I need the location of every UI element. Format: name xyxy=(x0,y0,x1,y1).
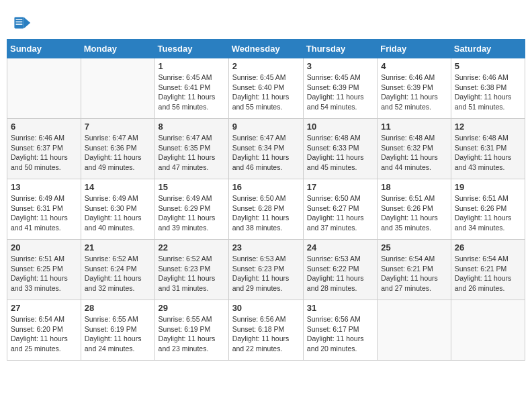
day-cell-4-6 xyxy=(451,300,525,361)
day-detail-27: Sunrise: 6:54 AM Sunset: 6:20 PM Dayligh… xyxy=(11,314,77,354)
day-number-9: 9 xyxy=(232,122,300,132)
day-number-24: 24 xyxy=(307,242,373,253)
day-number-21: 21 xyxy=(85,242,151,253)
day-number-30: 30 xyxy=(232,303,300,313)
day-cell-0-5: 4Sunrise: 6:46 AM Sunset: 6:39 PM Daylig… xyxy=(378,58,451,119)
day-cell-3-6: 26Sunrise: 6:54 AM Sunset: 6:21 PM Dayli… xyxy=(451,240,525,300)
day-cell-1-0: 6Sunrise: 6:46 AM Sunset: 6:37 PM Daylig… xyxy=(7,119,81,179)
svg-rect-3 xyxy=(16,21,23,22)
day-cell-2-5: 18Sunrise: 6:51 AM Sunset: 6:26 PM Dayli… xyxy=(378,179,451,240)
day-number-2: 2 xyxy=(232,61,300,71)
day-detail-16: Sunrise: 6:50 AM Sunset: 6:28 PM Dayligh… xyxy=(232,193,300,233)
day-detail-18: Sunrise: 6:51 AM Sunset: 6:26 PM Dayligh… xyxy=(381,193,447,233)
day-number-5: 5 xyxy=(455,61,521,71)
day-detail-3: Sunrise: 6:45 AM Sunset: 6:39 PM Dayligh… xyxy=(307,73,373,112)
day-detail-21: Sunrise: 6:52 AM Sunset: 6:24 PM Dayligh… xyxy=(85,254,151,293)
day-number-14: 14 xyxy=(85,182,151,192)
day-cell-0-2: 1Sunrise: 6:45 AM Sunset: 6:41 PM Daylig… xyxy=(154,58,228,119)
header-friday: Friday xyxy=(378,40,451,58)
day-number-22: 22 xyxy=(159,242,225,253)
day-cell-2-0: 13Sunrise: 6:49 AM Sunset: 6:31 PM Dayli… xyxy=(7,179,81,240)
day-number-25: 25 xyxy=(381,242,447,253)
logo-icon xyxy=(13,13,32,32)
day-cell-0-0 xyxy=(7,58,81,119)
day-number-20: 20 xyxy=(11,242,77,253)
header-thursday: Thursday xyxy=(303,40,377,58)
day-cell-1-1: 7Sunrise: 6:47 AM Sunset: 6:36 PM Daylig… xyxy=(81,119,154,179)
day-detail-4: Sunrise: 6:46 AM Sunset: 6:39 PM Dayligh… xyxy=(381,73,447,112)
day-detail-30: Sunrise: 6:56 AM Sunset: 6:18 PM Dayligh… xyxy=(232,314,300,354)
day-detail-9: Sunrise: 6:47 AM Sunset: 6:34 PM Dayligh… xyxy=(232,133,300,173)
weekday-header-row: Sunday Monday Tuesday Wednesday Thursday… xyxy=(7,40,525,58)
day-cell-1-5: 11Sunrise: 6:48 AM Sunset: 6:32 PM Dayli… xyxy=(378,119,451,179)
calendar-table: Sunday Monday Tuesday Wednesday Thursday… xyxy=(7,39,525,361)
day-detail-24: Sunrise: 6:53 AM Sunset: 6:22 PM Dayligh… xyxy=(307,254,373,293)
day-detail-8: Sunrise: 6:47 AM Sunset: 6:35 PM Dayligh… xyxy=(159,133,225,173)
day-cell-4-3: 30Sunrise: 6:56 AM Sunset: 6:18 PM Dayli… xyxy=(228,300,303,361)
day-number-6: 6 xyxy=(11,122,77,132)
day-number-4: 4 xyxy=(381,61,447,71)
week-row-4: 20Sunrise: 6:51 AM Sunset: 6:25 PM Dayli… xyxy=(7,240,525,300)
day-number-7: 7 xyxy=(85,122,151,132)
week-row-2: 6Sunrise: 6:46 AM Sunset: 6:37 PM Daylig… xyxy=(7,119,525,179)
day-detail-20: Sunrise: 6:51 AM Sunset: 6:25 PM Dayligh… xyxy=(11,254,77,293)
day-number-29: 29 xyxy=(159,303,225,313)
svg-rect-4 xyxy=(16,24,23,24)
svg-marker-1 xyxy=(24,17,30,29)
day-cell-2-3: 16Sunrise: 6:50 AM Sunset: 6:28 PM Dayli… xyxy=(228,179,303,240)
svg-rect-0 xyxy=(14,17,24,29)
day-detail-26: Sunrise: 6:54 AM Sunset: 6:21 PM Dayligh… xyxy=(455,254,521,293)
day-detail-2: Sunrise: 6:45 AM Sunset: 6:40 PM Dayligh… xyxy=(232,73,300,112)
day-detail-6: Sunrise: 6:46 AM Sunset: 6:37 PM Dayligh… xyxy=(11,133,77,173)
day-number-13: 13 xyxy=(11,182,77,192)
day-cell-3-1: 21Sunrise: 6:52 AM Sunset: 6:24 PM Dayli… xyxy=(81,240,154,300)
day-detail-12: Sunrise: 6:48 AM Sunset: 6:31 PM Dayligh… xyxy=(455,133,521,173)
day-detail-23: Sunrise: 6:53 AM Sunset: 6:23 PM Dayligh… xyxy=(232,254,300,293)
day-cell-3-3: 23Sunrise: 6:53 AM Sunset: 6:23 PM Dayli… xyxy=(228,240,303,300)
day-detail-29: Sunrise: 6:55 AM Sunset: 6:19 PM Dayligh… xyxy=(159,314,225,354)
day-detail-25: Sunrise: 6:54 AM Sunset: 6:21 PM Dayligh… xyxy=(381,254,447,293)
day-number-31: 31 xyxy=(307,303,373,313)
week-row-5: 27Sunrise: 6:54 AM Sunset: 6:20 PM Dayli… xyxy=(7,300,525,361)
header-monday: Monday xyxy=(81,40,154,58)
day-number-3: 3 xyxy=(307,61,373,71)
week-row-1: 1Sunrise: 6:45 AM Sunset: 6:41 PM Daylig… xyxy=(7,58,525,119)
day-cell-1-6: 12Sunrise: 6:48 AM Sunset: 6:31 PM Dayli… xyxy=(451,119,525,179)
day-detail-10: Sunrise: 6:48 AM Sunset: 6:33 PM Dayligh… xyxy=(307,133,373,173)
day-cell-2-2: 15Sunrise: 6:49 AM Sunset: 6:29 PM Dayli… xyxy=(154,179,228,240)
day-detail-19: Sunrise: 6:51 AM Sunset: 6:26 PM Dayligh… xyxy=(455,193,521,233)
day-number-1: 1 xyxy=(159,61,225,71)
day-detail-14: Sunrise: 6:49 AM Sunset: 6:30 PM Dayligh… xyxy=(85,193,151,233)
day-cell-4-2: 29Sunrise: 6:55 AM Sunset: 6:19 PM Dayli… xyxy=(154,300,228,361)
day-detail-17: Sunrise: 6:50 AM Sunset: 6:27 PM Dayligh… xyxy=(307,193,373,233)
day-detail-11: Sunrise: 6:48 AM Sunset: 6:32 PM Dayligh… xyxy=(381,133,447,173)
day-cell-3-4: 24Sunrise: 6:53 AM Sunset: 6:22 PM Dayli… xyxy=(303,240,377,300)
day-number-26: 26 xyxy=(455,242,521,253)
day-cell-2-4: 17Sunrise: 6:50 AM Sunset: 6:27 PM Dayli… xyxy=(303,179,377,240)
day-cell-0-3: 2Sunrise: 6:45 AM Sunset: 6:40 PM Daylig… xyxy=(228,58,303,119)
day-detail-13: Sunrise: 6:49 AM Sunset: 6:31 PM Dayligh… xyxy=(11,193,77,233)
header-wednesday: Wednesday xyxy=(228,40,303,58)
day-cell-4-5 xyxy=(378,300,451,361)
day-detail-5: Sunrise: 6:46 AM Sunset: 6:38 PM Dayligh… xyxy=(455,73,521,112)
day-number-16: 16 xyxy=(232,182,300,192)
day-cell-0-6: 5Sunrise: 6:46 AM Sunset: 6:38 PM Daylig… xyxy=(451,58,525,119)
day-number-19: 19 xyxy=(455,182,521,192)
header-tuesday: Tuesday xyxy=(154,40,228,58)
svg-rect-2 xyxy=(16,19,23,19)
day-number-10: 10 xyxy=(307,122,373,132)
day-detail-31: Sunrise: 6:56 AM Sunset: 6:17 PM Dayligh… xyxy=(307,314,373,354)
day-cell-0-1 xyxy=(81,58,154,119)
day-cell-1-3: 9Sunrise: 6:47 AM Sunset: 6:34 PM Daylig… xyxy=(228,119,303,179)
day-number-8: 8 xyxy=(159,122,225,132)
logo xyxy=(13,13,35,32)
day-cell-4-4: 31Sunrise: 6:56 AM Sunset: 6:17 PM Dayli… xyxy=(303,300,377,361)
day-cell-4-1: 28Sunrise: 6:55 AM Sunset: 6:19 PM Dayli… xyxy=(81,300,154,361)
day-number-11: 11 xyxy=(381,122,447,132)
day-detail-7: Sunrise: 6:47 AM Sunset: 6:36 PM Dayligh… xyxy=(85,133,151,173)
day-number-27: 27 xyxy=(11,303,77,313)
day-number-15: 15 xyxy=(159,182,225,192)
header-sunday: Sunday xyxy=(7,40,81,58)
day-number-23: 23 xyxy=(232,242,300,253)
week-row-3: 13Sunrise: 6:49 AM Sunset: 6:31 PM Dayli… xyxy=(7,179,525,240)
